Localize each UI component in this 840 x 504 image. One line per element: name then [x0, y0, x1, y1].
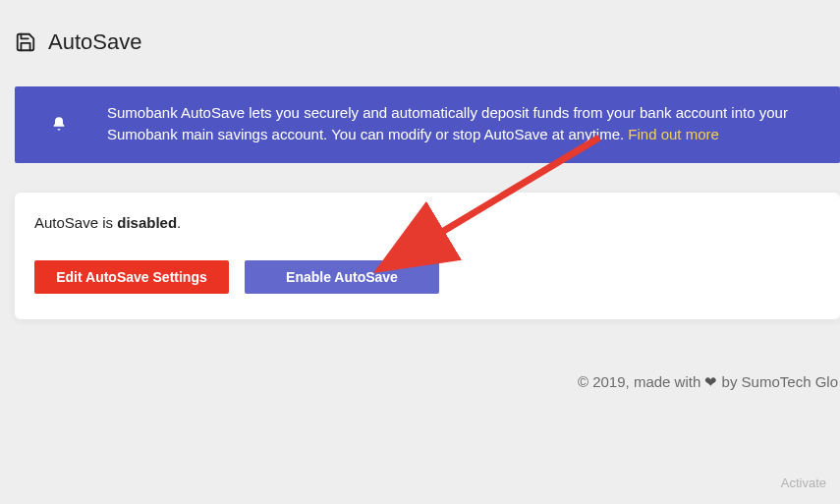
footer-suffix: by SumoTech Glo [717, 373, 838, 390]
status-suffix: . [177, 214, 181, 231]
autosave-card: AutoSave is disabled. Edit AutoSave Sett… [15, 193, 840, 319]
windows-activation-watermark: Activate [781, 476, 826, 490]
status-state: disabled [117, 214, 177, 231]
info-banner-message: Sumobank AutoSave lets you securely and … [107, 102, 814, 145]
page-title: AutoSave [48, 29, 141, 55]
watermark-line1: Activate [781, 476, 826, 490]
status-prefix: AutoSave is [34, 214, 117, 231]
info-banner: Sumobank AutoSave lets you securely and … [15, 86, 840, 163]
autosave-status: AutoSave is disabled. [34, 214, 820, 231]
footer: © 2019, made with ❤ by SumoTech Glo [15, 373, 840, 391]
heart-icon: ❤ [704, 373, 717, 390]
footer-prefix: © 2019, made with [578, 373, 704, 390]
page-title-row: AutoSave [15, 29, 840, 55]
button-row: Edit AutoSave Settings Enable AutoSave [34, 260, 820, 294]
find-out-more-link[interactable]: Find out more [628, 126, 719, 142]
save-disk-icon [15, 31, 36, 53]
bell-icon [34, 116, 84, 132]
edit-autosave-settings-button[interactable]: Edit AutoSave Settings [34, 260, 229, 294]
enable-autosave-button[interactable]: Enable AutoSave [245, 260, 439, 294]
